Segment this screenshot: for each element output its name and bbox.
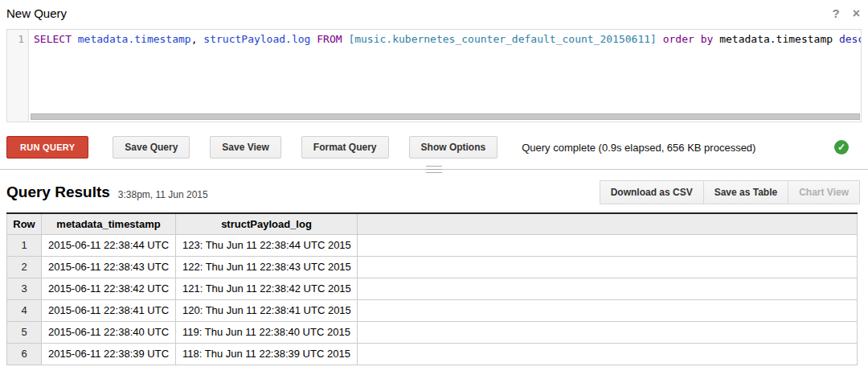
new-query-header: New Query ? × bbox=[0, 0, 868, 21]
table-cell-filler bbox=[358, 278, 858, 299]
table-cell-filler bbox=[358, 299, 858, 321]
row-number-cell: 4 bbox=[7, 299, 42, 321]
table-header-cell: metadata_timestamp bbox=[42, 213, 176, 234]
query-editor[interactable]: 1 SELECT metadata.timestamp, structPaylo… bbox=[6, 29, 862, 122]
sql-token: , bbox=[191, 33, 204, 45]
table-row: 42015-06-11 22:38:41 UTC120: Thu Jun 11 … bbox=[7, 299, 858, 321]
line-number-gutter: 1 bbox=[7, 30, 29, 122]
table-cell: 123: Thu Jun 11 22:38:44 UTC 2015 bbox=[176, 234, 358, 256]
save-as-table-button[interactable]: Save as Table bbox=[703, 180, 789, 204]
table-row: 52015-06-11 22:38:40 UTC119: Thu Jun 11 … bbox=[7, 321, 858, 343]
run-query-button[interactable]: RUN QUERY bbox=[6, 136, 88, 159]
panel-splitter bbox=[0, 169, 868, 170]
results-table: Rowmetadata_timestampstructPayload_log 1… bbox=[6, 212, 858, 365]
save-view-button[interactable]: Save View bbox=[210, 136, 281, 159]
table-cell-filler bbox=[358, 256, 858, 278]
table-cell: 120: Thu Jun 11 22:38:41 UTC 2015 bbox=[176, 299, 358, 321]
row-number-cell: 3 bbox=[7, 278, 42, 299]
query-toolbar: RUN QUERY Save QuerySave ViewFormat Quer… bbox=[6, 136, 860, 159]
sql-token: order bbox=[663, 33, 694, 45]
query-complete-check-icon: ✓ bbox=[834, 140, 849, 155]
table-cell: 119: Thu Jun 11 22:38:40 UTC 2015 bbox=[176, 321, 358, 343]
scrollbar-thumb[interactable] bbox=[31, 113, 860, 120]
table-cell: 121: Thu Jun 11 22:38:42 UTC 2015 bbox=[176, 278, 358, 299]
results-header: Query Results 3:38pm, 11 Jun 2015 Downlo… bbox=[0, 170, 868, 212]
format-query-button[interactable]: Format Query bbox=[301, 136, 389, 159]
table-cell-filler bbox=[358, 343, 858, 365]
table-cell-filler bbox=[358, 234, 858, 256]
page-title: New Query bbox=[6, 6, 67, 20]
table-row: 22015-06-11 22:38:43 UTC122: Thu Jun 11 … bbox=[7, 256, 858, 278]
row-number-cell: 2 bbox=[7, 256, 42, 278]
results-timestamp: 3:38pm, 11 Jun 2015 bbox=[118, 189, 208, 200]
table-cell-filler bbox=[358, 321, 858, 343]
row-number-cell: 1 bbox=[7, 234, 42, 256]
row-number-cell: 6 bbox=[7, 343, 42, 365]
query-status-text: Query complete (0.9s elapsed, 656 KB pro… bbox=[522, 142, 755, 154]
sql-token: desc bbox=[839, 33, 861, 45]
help-icon[interactable]: ? bbox=[832, 6, 839, 21]
table-cell: 2015-06-11 22:38:43 UTC bbox=[42, 256, 176, 278]
editor-horizontal-scrollbar[interactable] bbox=[31, 113, 860, 121]
results-action-group: Download as CSVSave as TableChart View bbox=[600, 180, 860, 204]
sql-token bbox=[694, 33, 701, 45]
sql-token bbox=[657, 33, 663, 45]
sql-token: metadata.timestamp bbox=[719, 33, 833, 45]
table-header-cell: Row bbox=[7, 213, 42, 234]
sql-token: structPayload.log bbox=[203, 33, 310, 45]
splitter-drag-handle[interactable] bbox=[426, 165, 442, 174]
sql-token: [music.kubernetes_counter_default_count_… bbox=[348, 33, 657, 45]
table-row: 32015-06-11 22:38:42 UTC121: Thu Jun 11 … bbox=[7, 278, 858, 299]
sql-token: FROM bbox=[317, 33, 342, 45]
table-header-filler bbox=[358, 213, 858, 234]
download-as-csv-button[interactable]: Download as CSV bbox=[600, 180, 704, 204]
table-row: 62015-06-11 22:38:39 UTC118: Thu Jun 11 … bbox=[7, 343, 858, 365]
sql-token: by bbox=[701, 33, 714, 45]
table-cell: 2015-06-11 22:38:40 UTC bbox=[42, 321, 176, 343]
sql-token bbox=[72, 33, 78, 45]
sql-token bbox=[713, 33, 719, 45]
chart-view-button: Chart View bbox=[788, 180, 860, 204]
save-query-button[interactable]: Save Query bbox=[113, 136, 190, 159]
sql-token: SELECT bbox=[34, 33, 72, 45]
sql-token bbox=[833, 33, 839, 45]
sql-token: metadata.timestamp bbox=[78, 33, 191, 45]
table-cell: 2015-06-11 22:38:44 UTC bbox=[42, 234, 176, 256]
row-number-cell: 5 bbox=[7, 321, 42, 343]
table-header-row: Rowmetadata_timestampstructPayload_log bbox=[7, 213, 858, 234]
table-cell: 122: Thu Jun 11 22:38:43 UTC 2015 bbox=[176, 256, 358, 278]
close-icon[interactable]: × bbox=[853, 6, 860, 21]
line-number: 1 bbox=[18, 33, 24, 45]
table-cell: 2015-06-11 22:38:41 UTC bbox=[42, 299, 176, 321]
table-cell: 2015-06-11 22:38:42 UTC bbox=[42, 278, 176, 299]
table-row: 12015-06-11 22:38:44 UTC123: Thu Jun 11 … bbox=[7, 234, 858, 256]
show-options-button[interactable]: Show Options bbox=[409, 136, 498, 159]
sql-code-line[interactable]: SELECT metadata.timestamp, structPayload… bbox=[30, 30, 861, 122]
table-header-cell: structPayload_log bbox=[176, 213, 358, 234]
table-cell: 2015-06-11 22:38:39 UTC bbox=[42, 343, 176, 365]
results-title: Query Results bbox=[6, 183, 110, 201]
table-cell: 118: Thu Jun 11 22:38:39 UTC 2015 bbox=[176, 343, 358, 365]
